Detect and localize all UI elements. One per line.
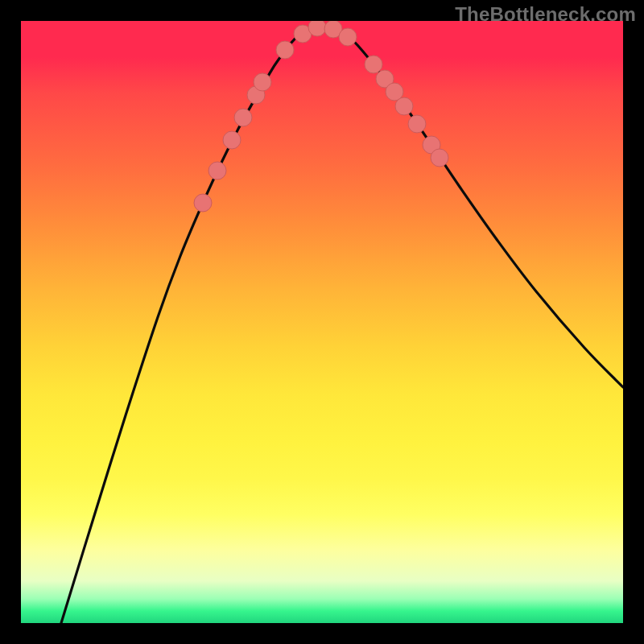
curve-marker <box>308 21 326 36</box>
curve-marker <box>408 115 426 133</box>
curve-marker <box>395 97 413 115</box>
curve-marker <box>208 162 226 180</box>
curve-marker <box>431 149 448 167</box>
chart-plot-area <box>21 21 623 623</box>
bottleneck-curve <box>61 26 623 623</box>
chart-svg <box>21 21 623 623</box>
curve-marker <box>223 131 241 149</box>
curve-markers <box>194 21 448 212</box>
curve-marker <box>276 41 294 59</box>
chart-frame: TheBottleneck.com <box>0 0 644 644</box>
curve-marker <box>194 194 212 212</box>
curve-marker <box>339 28 357 46</box>
curve-marker <box>234 109 252 126</box>
curve-marker <box>365 56 382 73</box>
curve-marker <box>254 73 271 91</box>
